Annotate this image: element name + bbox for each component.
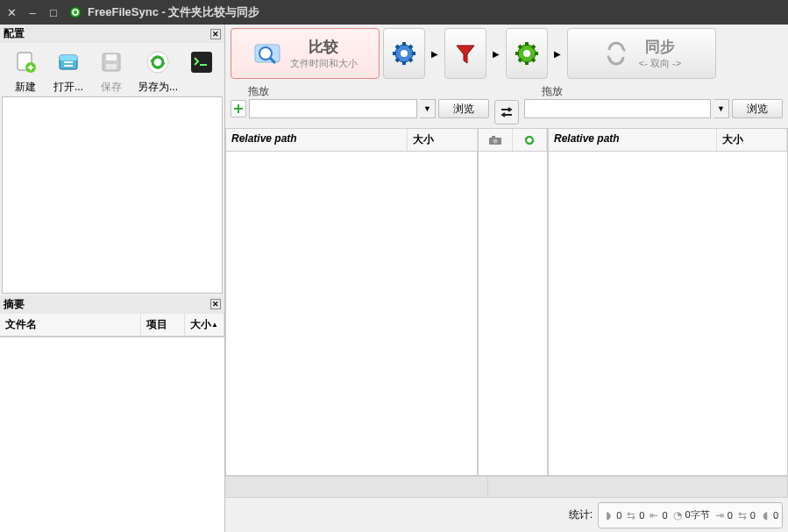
save-icon [97,48,125,76]
stat-create-right: 0 [728,510,733,521]
sync-button-sub: <- 双向 -> [639,57,681,70]
svg-rect-37 [492,136,495,138]
svg-line-34 [532,46,535,48]
file-new-icon [11,48,39,76]
update-left-icon: ⇆ [625,509,637,521]
stat-update-right: 0 [750,510,756,521]
save-config-button[interactable]: 保存 [96,48,128,95]
window-minimize-button[interactable]: – [26,6,39,18]
sync-settings-dropdown[interactable]: ▶ [551,28,564,79]
sync-button[interactable]: 同步 <- 双向 -> [567,28,716,79]
summary-col-items[interactable]: 项目 [141,314,185,336]
left-folder-side: 拖放 ▼ 浏览 [231,84,489,118]
app-icon [68,5,82,19]
svg-point-10 [147,52,168,73]
window-close-button[interactable]: ✕ [5,6,18,18]
right-col-size[interactable]: 大小 [717,129,787,151]
stat-create-left: 0 [662,510,667,521]
svg-line-24 [409,46,412,48]
sidebar: 配置 ✕ 新建 打开... 保存 [0,25,225,532]
svg-line-23 [396,59,399,61]
create-left-icon: ⇤ [648,509,660,521]
open-config-label: 打开... [53,80,83,95]
save-config-label: 保存 [101,80,122,95]
new-config-label: 新建 [15,80,36,95]
right-path-history-dropdown[interactable]: ▼ [713,99,729,118]
saveas-sync-button[interactable]: 另存为... [138,48,177,95]
new-config-button[interactable]: 新建 [9,48,41,95]
svg-line-33 [519,59,522,61]
filter-button[interactable] [444,28,486,79]
summary-panel-header: 摘要 ✕ [0,295,224,314]
compare-settings-button[interactable] [383,28,425,79]
preview-tab-right[interactable] [488,477,788,497]
compare-button-sub: 文件时间和大小 [290,57,358,70]
svg-rect-5 [64,61,73,63]
svg-point-13 [259,47,272,60]
right-col-relpath[interactable]: Relative path [549,129,717,151]
stats-label: 统计: [569,507,593,522]
refresh-icon [144,48,172,76]
saveas-batch-button[interactable] [188,48,216,95]
batch-icon [188,48,216,76]
svg-rect-11 [191,52,212,73]
gear-blue-icon [392,41,416,66]
grid-header-row: Relative path 大小 Relative path 大小 [225,128,788,152]
config-list[interactable] [2,96,223,294]
svg-point-26 [523,50,530,57]
svg-line-32 [532,59,535,61]
stat-bytes: 0字节 [685,508,710,521]
summary-panel-title: 摘要 [4,297,25,312]
stat-delete-left: 0 [616,510,621,521]
update-right-icon: ⇆ [736,509,749,521]
svg-rect-9 [106,64,117,69]
status-bar: 统计: ◗0 ⇆0 ⇤0 ◔0字节 ⇥0 ⇆0 ◖0 [225,497,788,532]
sync-settings-button[interactable] [506,28,548,79]
right-folder-side: 拖放 ▼ 浏览 [524,84,783,118]
config-panel-close-button[interactable]: ✕ [210,29,221,39]
stats-box: ◗0 ⇆0 ⇤0 ◔0字节 ⇥0 ⇆0 ◖0 [598,502,783,528]
summary-list[interactable] [0,337,224,533]
left-grid[interactable] [225,152,478,476]
camera-icon [488,135,502,145]
swap-sides-button[interactable] [494,100,519,124]
svg-line-22 [409,59,412,61]
add-pair-button[interactable] [231,100,246,117]
right-path-input[interactable] [524,99,711,118]
grid-body-row [225,152,788,476]
compare-button[interactable]: 比较 文件时间和大小 [231,28,380,79]
mid-grid[interactable] [478,152,548,476]
saveas-config-label: 另存为... [138,80,178,95]
refresh-small-icon [522,133,536,147]
summary-col-filename[interactable]: 文件名 [0,314,141,336]
window-maximize-button[interactable]: □ [47,6,60,18]
window-title: FreeFileSync - 文件夹比较与同步 [88,4,259,20]
svg-point-36 [493,138,498,143]
config-toolbar: 新建 打开... 保存 另存为... [0,43,224,95]
mid-col-action[interactable] [513,129,547,151]
svg-point-16 [401,50,408,57]
preview-tab-left[interactable] [225,477,488,497]
main-toolbar: 比较 文件时间和大小 ▶ ▶ ▶ [225,25,788,82]
open-config-button[interactable]: 打开... [52,48,84,95]
summary-columns: 文件名 项目 大小▲ [0,314,224,337]
stat-update-left: 0 [639,510,644,521]
summary-col-size[interactable]: 大小▲ [185,314,224,336]
titlebar: ✕ – □ FreeFileSync - 文件夹比较与同步 [0,0,788,25]
pie-icon: ◔ [671,509,684,521]
folder-open-icon [54,48,82,76]
preview-tabs [225,476,788,497]
compare-settings-dropdown[interactable]: ▶ [429,28,441,79]
left-browse-button[interactable]: 浏览 [438,99,489,118]
mid-col-category[interactable] [479,129,513,151]
filter-dropdown[interactable]: ▶ [490,28,502,79]
left-col-size[interactable]: 大小 [408,129,478,151]
left-col-relpath[interactable]: Relative path [226,129,408,151]
left-path-input[interactable] [249,99,417,118]
summary-panel-close-button[interactable]: ✕ [210,299,221,309]
right-browse-button[interactable]: 浏览 [732,99,783,118]
folder-pair-panel: 拖放 ▼ 浏览 拖放 ▼ [225,82,788,126]
svg-line-31 [519,46,522,48]
left-path-history-dropdown[interactable]: ▼ [420,99,436,118]
right-grid[interactable] [548,152,788,476]
